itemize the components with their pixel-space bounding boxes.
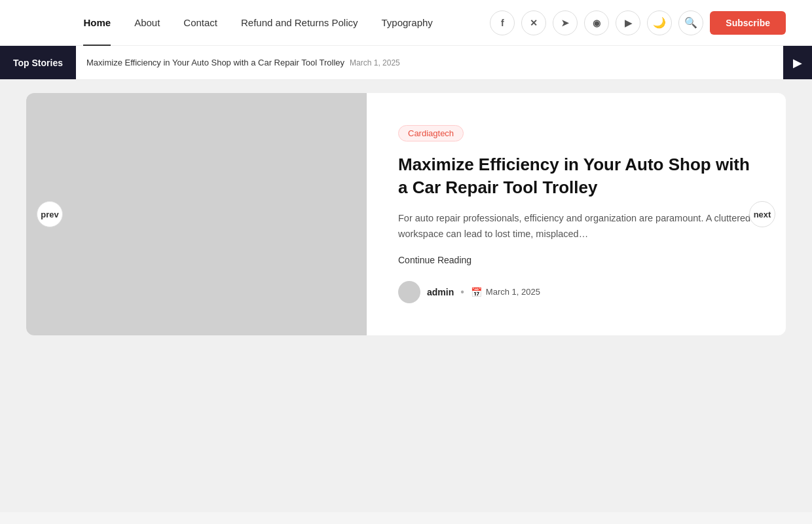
dark-mode-toggle[interactable]: 🌙 <box>647 10 672 35</box>
ticker-bar: Top Stories Maximize Efficiency in Your … <box>0 46 812 80</box>
ticker-label: Top Stories <box>0 46 76 80</box>
article-excerpt: For auto repair professionals, efficienc… <box>398 211 754 241</box>
youtube-icon[interactable]: ▶ <box>616 10 640 35</box>
nav-item-refund-and-returns-policy[interactable]: Refund and Returns Policy <box>229 0 369 46</box>
twitter-x-icon[interactable]: ✕ <box>521 10 546 35</box>
facebook-icon[interactable]: f <box>490 10 515 35</box>
meta-left: admin • 📅 March 1, 2025 <box>398 281 540 303</box>
meta-date: 📅 March 1, 2025 <box>471 287 540 297</box>
nav-item-home[interactable]: Home <box>71 0 122 46</box>
ticker-next-btn[interactable]: ▶ <box>783 46 812 80</box>
search-button[interactable]: 🔍 <box>678 10 703 35</box>
instagram-icon[interactable]: ◉ <box>584 10 609 35</box>
header-right: f✕➤◉▶🌙🔍Subscribe <box>490 10 786 35</box>
ticker-date: March 1, 2025 <box>350 58 400 67</box>
continue-reading-link[interactable]: Continue Reading <box>398 255 754 265</box>
nav-item-contact[interactable]: Contact <box>172 0 229 46</box>
ticker-title: Maximize Efficiency in Your Auto Shop wi… <box>86 58 344 67</box>
telegram-icon[interactable]: ➤ <box>553 10 578 35</box>
featured-card: prev Cardiagtech Maximize Efficiency in … <box>26 93 786 335</box>
card-content: Cardiagtech Maximize Efficiency in Your … <box>367 93 786 335</box>
nav-item-about[interactable]: About <box>122 0 172 46</box>
main-nav: HomeAboutContactRefund and Returns Polic… <box>71 0 444 46</box>
next-button[interactable]: next <box>749 201 775 227</box>
prev-button[interactable]: prev <box>37 201 63 227</box>
article-date: March 1, 2025 <box>486 287 540 297</box>
article-title: Maximize Efficiency in Your Auto Shop wi… <box>398 153 754 199</box>
main-content: prev Cardiagtech Maximize Efficiency in … <box>0 80 812 512</box>
subscribe-button[interactable]: Subscribe <box>710 11 786 35</box>
article-meta: admin • 📅 March 1, 2025 <box>398 281 754 303</box>
ticker-content: Maximize Efficiency in Your Auto Shop wi… <box>76 58 783 67</box>
featured-image: prev <box>26 93 367 335</box>
meta-separator: • <box>460 286 464 298</box>
header: HomeAboutContactRefund and Returns Polic… <box>0 0 812 46</box>
calendar-icon: 📅 <box>471 287 482 297</box>
category-badge[interactable]: Cardiagtech <box>398 125 464 141</box>
author-name: admin <box>427 287 454 297</box>
author-avatar <box>398 281 420 303</box>
nav-item-typography[interactable]: Typography <box>369 0 444 46</box>
